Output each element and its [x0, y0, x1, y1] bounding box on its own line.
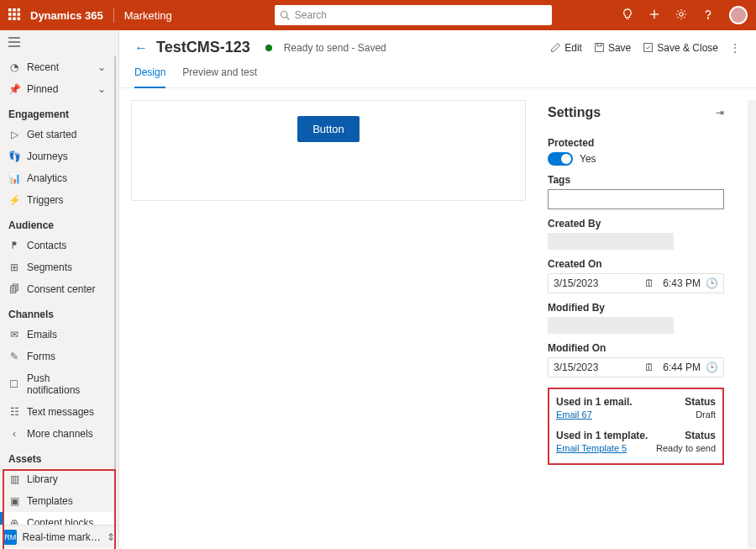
area-switcher[interactable]: RM Real-time marketi... ⇕: [0, 525, 118, 548]
sidebar-item-texts[interactable]: ☷Text messages: [0, 401, 114, 423]
status-dot-icon: [265, 45, 272, 51]
calendar-icon: 🗓: [644, 362, 654, 373]
protected-toggle[interactable]: [548, 152, 573, 166]
created-by-label: Created By: [548, 218, 724, 230]
modified-on-label: Modified On: [548, 342, 724, 354]
save-close-button[interactable]: Save & Close: [643, 42, 718, 54]
page-title: TestCMS-123: [156, 39, 250, 56]
modified-by-value: [548, 317, 674, 334]
sidebar-item-consent[interactable]: 🗐Consent center: [0, 278, 114, 300]
sidebar-item-journeys[interactable]: 👣Journeys: [0, 145, 114, 167]
chevron-down-icon: ⌄: [97, 83, 106, 95]
created-on-label: Created On: [548, 258, 724, 270]
clock-icon: ◔: [8, 61, 20, 73]
cmd-label: Save: [608, 42, 631, 54]
used-email-label: Used in 1 email.: [556, 396, 633, 408]
settings-panel: Settings ⇥ Protected Yes Tags Created By…: [544, 100, 739, 548]
sidebar-item-library[interactable]: ▥Library: [0, 468, 114, 490]
clock-icon: 🕒: [706, 362, 718, 373]
tab-strip: Design Preview and test: [119, 60, 756, 88]
sidebar-label: Triggers: [27, 194, 64, 206]
sidebar-item-pinned[interactable]: 📌 Pinned ⌄: [0, 78, 114, 100]
modified-by-label: Modified By: [548, 302, 724, 314]
template-usage-link[interactable]: Email Template 5: [556, 443, 627, 453]
tags-input[interactable]: [548, 189, 724, 209]
push-icon: ☐: [8, 378, 20, 390]
sidebar-item-emails[interactable]: ✉Emails: [0, 324, 114, 346]
gear-icon[interactable]: [675, 8, 687, 23]
back-button[interactable]: ←: [134, 40, 148, 55]
content-block-frame[interactable]: Button: [131, 100, 526, 201]
sidebar-item-analytics[interactable]: 📊Analytics: [0, 167, 114, 189]
sidebar-label: Segments: [27, 261, 72, 273]
plus-icon[interactable]: [648, 8, 660, 23]
global-search[interactable]: Search: [275, 5, 552, 25]
time-value: 6:43 PM: [659, 277, 701, 289]
collapse-icon[interactable]: ⇥: [716, 107, 724, 119]
created-on-field[interactable]: 3/15/2023 🗓 6:43 PM 🕒: [548, 273, 724, 293]
template-status: Ready to send: [656, 443, 716, 453]
divider: [113, 8, 114, 23]
sidebar-label: Get started: [27, 129, 76, 140]
sidebar-item-recent[interactable]: ◔ Recent ⌄: [0, 56, 114, 78]
svg-rect-8: [18, 17, 21, 20]
block-icon: ⊕: [8, 517, 20, 525]
time-value: 6:44 PM: [659, 362, 701, 373]
sidebar-item-triggers[interactable]: ⚡Triggers: [0, 189, 114, 211]
sidebar-label: Emails: [27, 329, 57, 340]
email-status: Draft: [696, 409, 716, 420]
overflow-menu[interactable]: ⋮: [730, 42, 741, 54]
settings-title: Settings: [548, 105, 601, 120]
protected-value: Yes: [580, 153, 596, 165]
usage-box: Used in 1 email. Status Email 67 Draft U…: [548, 388, 724, 465]
updown-icon: ⇕: [107, 531, 115, 543]
lightbulb-icon[interactable]: [622, 8, 633, 23]
sidebar-item-get-started[interactable]: ▷Get started: [0, 124, 114, 145]
section-channels: Channels: [0, 300, 114, 324]
area-label: Real-time marketi...: [22, 531, 102, 543]
svg-rect-7: [13, 17, 16, 20]
scrollbar[interactable]: [748, 100, 756, 548]
module-label[interactable]: Marketing: [124, 9, 172, 22]
sidebar-item-forms[interactable]: ✎Forms: [0, 346, 114, 367]
sidebar-label: Contacts: [27, 240, 66, 251]
library-icon: ▥: [8, 473, 20, 485]
sidebar-item-contacts[interactable]: ᖰContacts: [0, 235, 114, 256]
sidebar-label: Text messages: [27, 406, 94, 418]
sidebar-item-segments[interactable]: ⊞Segments: [0, 256, 114, 278]
status-header: Status: [685, 430, 716, 441]
clock-icon: 🕒: [706, 277, 718, 289]
svg-point-14: [680, 12, 683, 15]
sidebar-item-more-channels[interactable]: ‹More channels: [0, 423, 114, 445]
svg-rect-4: [13, 13, 16, 16]
global-header: Dynamics 365 Marketing Search: [0, 0, 756, 30]
date-value: 3/15/2023: [554, 362, 639, 373]
sidebar-item-push[interactable]: ☐Push notifications: [0, 367, 114, 401]
tags-label: Tags: [548, 174, 724, 186]
waffle-icon[interactable]: [8, 8, 20, 23]
area-badge: RM: [3, 530, 17, 545]
mail-icon: ✉: [8, 329, 20, 340]
svg-rect-1: [13, 8, 16, 12]
sidebar-item-templates[interactable]: ▣Templates: [0, 490, 114, 512]
email-usage-link[interactable]: Email 67: [556, 409, 592, 420]
section-audience: Audience: [0, 211, 114, 235]
modified-on-field[interactable]: 3/15/2023 🗓 6:44 PM 🕒: [548, 357, 724, 377]
sidebar-label: Journeys: [27, 150, 68, 162]
created-by-value: [548, 233, 674, 250]
svg-point-15: [707, 17, 708, 18]
edit-button[interactable]: Edit: [550, 42, 582, 54]
tab-design[interactable]: Design: [134, 60, 165, 88]
sidebar-item-content-blocks[interactable]: ⊕Content blocks: [0, 512, 114, 525]
help-icon[interactable]: [702, 8, 714, 23]
save-button[interactable]: Save: [594, 42, 631, 54]
svg-rect-19: [596, 44, 604, 52]
tab-preview[interactable]: Preview and test: [182, 60, 257, 87]
avatar[interactable]: [729, 6, 748, 24]
segments-icon: ⊞: [8, 261, 20, 273]
svg-rect-5: [18, 13, 21, 16]
sidebar-label: Library: [27, 473, 58, 485]
svg-rect-2: [18, 8, 21, 12]
content-button[interactable]: Button: [297, 116, 360, 142]
hamburger-icon[interactable]: [0, 30, 118, 56]
